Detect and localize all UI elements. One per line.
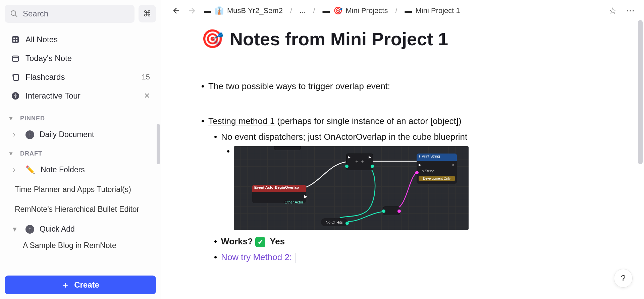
nav-flashcards[interactable]: Flashcards 15 xyxy=(3,68,157,86)
chevron-down-icon: ▾ xyxy=(9,115,15,122)
node-variable: No Of Hits xyxy=(321,218,347,226)
create-button[interactable]: ＋ Create xyxy=(5,276,156,294)
node-bridge xyxy=(383,206,400,215)
nav-todays-note-label: Today's Note xyxy=(25,54,72,63)
dev-only-badge: Development Only xyxy=(419,176,455,181)
title-emoji: 🎯 xyxy=(201,28,224,49)
flashcards-count: 15 xyxy=(142,73,150,81)
bullet-line[interactable]: • No event dispatchers; just OnActorOver… xyxy=(214,130,604,144)
nav-back-button[interactable] xyxy=(170,5,181,16)
quick-add-child[interactable]: A Sample Blog in RemNote xyxy=(3,241,157,250)
circle-up-icon: ↑ xyxy=(25,130,34,139)
section-pinned-label: PINNED xyxy=(20,115,45,122)
svg-line-1 xyxy=(15,15,17,17)
bullet-line[interactable]: • Testing method 1 (perhaps for single i… xyxy=(201,114,604,128)
breadcrumb-2[interactable]: ▬ 🎯 Mini Projects xyxy=(323,6,388,15)
item-label: Time Planner and Apps Tutorial(s) xyxy=(15,185,131,194)
search-icon xyxy=(10,10,18,18)
section-draft[interactable]: ▾ DRAFT xyxy=(0,144,161,160)
line-text: Now try Method 2: xyxy=(221,250,296,264)
close-icon[interactable]: ✕ xyxy=(144,92,150,100)
command-key-button[interactable]: ⌘ xyxy=(139,5,156,22)
underline-text: Testing method 1 xyxy=(208,116,275,126)
nav-interactive-tour-label: Interactive Tour xyxy=(25,91,80,101)
chevron-right-icon[interactable]: › xyxy=(13,165,19,174)
works-label: Works? xyxy=(221,236,255,246)
breadcrumb-1[interactable]: ▬ 👔 MusB Yr2_Sem2 xyxy=(204,6,283,15)
nav-todays-note[interactable]: Today's Note xyxy=(3,50,157,67)
pencil-icon: ✏️ xyxy=(25,165,35,174)
svg-rect-2 xyxy=(12,36,19,43)
svg-rect-3 xyxy=(13,38,15,39)
pinned-daily-document[interactable]: › ↑ Daily Document xyxy=(3,126,157,143)
draft-item-label: Note Folders xyxy=(41,165,85,174)
node-event: Event ActorBeginOverlap Other Actor ▶ xyxy=(252,185,306,203)
draft-note-folders[interactable]: › ✏️ Note Folders xyxy=(3,161,157,178)
svg-rect-6 xyxy=(16,40,17,42)
cards-icon xyxy=(11,73,20,81)
breadcrumb-label: Mini Projects xyxy=(346,6,388,15)
node-print-string: ƒ Print String ▶ ▷ In String Development… xyxy=(417,154,457,184)
more-icon[interactable]: ⋯ xyxy=(626,6,635,16)
plus-icon: ＋ xyxy=(61,280,69,290)
nav-interactive-tour[interactable]: Interactive Tour ✕ xyxy=(3,87,157,105)
check-icon: ✔ xyxy=(255,237,265,247)
section-draft-label: DRAFT xyxy=(20,150,42,157)
title-text: Notes from Mini Project 1 xyxy=(230,28,448,49)
breadcrumb-3[interactable]: ▬ Mini Project 1 xyxy=(405,6,460,15)
method2-link[interactable]: Now try Method 2: xyxy=(221,252,292,262)
chevron-down-icon[interactable]: ▾ xyxy=(13,225,19,234)
embedded-image-row[interactable]: • Event ActorBeginOverlap Other Actor ▶ xyxy=(227,146,604,230)
main-area: ▬ 👔 MusB Yr2_Sem2 / ... / ▬ 🎯 Mini Proje… xyxy=(161,0,644,299)
node-pin-label: Other Actor xyxy=(255,200,303,204)
item-remnote-editor[interactable]: RemNote's Hierarchical Bullet Editor xyxy=(3,201,157,218)
grid-icon xyxy=(11,36,20,44)
main-scrollbar[interactable] xyxy=(638,20,643,164)
chevron-down-icon: ▾ xyxy=(9,150,15,157)
nav-all-notes[interactable]: All Notes xyxy=(3,31,157,48)
folder-icon: ▬ xyxy=(323,6,330,15)
page-title[interactable]: 🎯 Notes from Mini Project 1 xyxy=(201,28,604,49)
document-body[interactable]: 🎯 Notes from Mini Project 1 • The two po… xyxy=(161,21,644,299)
bullet-dot: • xyxy=(201,114,204,128)
nav-all-notes-label: All Notes xyxy=(25,35,58,44)
node-title: Event ActorBeginOverlap xyxy=(254,185,299,189)
line-text: Testing method 1 (perhaps for single ins… xyxy=(208,114,461,128)
svg-rect-7 xyxy=(12,56,18,61)
topbar: ▬ 👔 MusB Yr2_Sem2 / ... / ▬ 🎯 Mini Proje… xyxy=(161,0,644,21)
nav-forward-button[interactable] xyxy=(187,5,198,16)
help-button[interactable]: ? xyxy=(614,269,633,288)
line-text: The two possible ways to trigger overlap… xyxy=(208,79,390,94)
star-icon[interactable]: ☆ xyxy=(609,6,616,16)
breadcrumb-sep: / xyxy=(312,6,316,15)
line-text: Works? ✔ Yes xyxy=(221,235,285,249)
pin-label: In String xyxy=(421,169,434,173)
item-time-planner[interactable]: Time Planner and Apps Tutorial(s) xyxy=(3,181,157,198)
sidebar-scrollbar[interactable] xyxy=(157,124,160,164)
quick-add[interactable]: ▾ ↑ Quick Add xyxy=(3,221,157,238)
bullet-dot: • xyxy=(214,130,217,144)
bolt-icon xyxy=(11,92,20,100)
item-label: RemNote's Hierarchical Bullet Editor xyxy=(15,205,139,214)
search-placeholder: Search xyxy=(23,9,48,18)
bullet-line[interactable]: • The two possible ways to trigger overl… xyxy=(201,79,604,94)
line-text: No event dispatchers; just OnActorOverla… xyxy=(221,130,467,144)
node-increment: ＋＋ ▶ ▶ xyxy=(346,154,373,170)
bullet-line[interactable]: • Now try Method 2: xyxy=(214,250,604,264)
chevron-right-icon[interactable]: › xyxy=(13,130,19,139)
search-input[interactable]: Search xyxy=(5,5,135,23)
quick-add-label: Quick Add xyxy=(40,225,75,234)
quick-add-child-label: A Sample Blog in RemNote xyxy=(23,241,116,250)
section-pinned[interactable]: ▾ PINNED xyxy=(0,109,161,125)
folder-icon: ▬ xyxy=(204,6,211,15)
breadcrumb-ellipsis[interactable]: ... xyxy=(300,6,306,15)
breadcrumb-sep: / xyxy=(394,6,398,15)
node-title: ƒ Print String xyxy=(419,154,440,158)
bullet-dot: • xyxy=(227,146,230,230)
breadcrumb-label: Mini Project 1 xyxy=(416,6,460,15)
arrow-left-icon xyxy=(172,7,180,15)
sidebar: Search ⌘ All Notes Today's Note Flashcar… xyxy=(0,0,161,299)
svg-rect-10 xyxy=(14,74,18,80)
text-cursor xyxy=(296,253,296,263)
bullet-line[interactable]: • Works? ✔ Yes xyxy=(214,235,604,249)
